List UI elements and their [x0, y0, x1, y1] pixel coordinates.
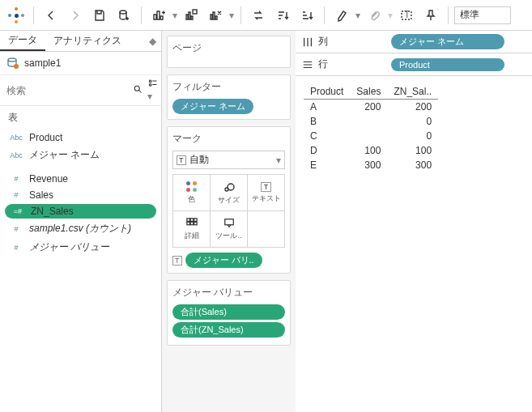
swap-button[interactable] — [247, 4, 270, 27]
table-row[interactable]: D100100 — [304, 143, 438, 158]
field-revenue[interactable]: #Revenue — [0, 171, 161, 187]
search-input[interactable] — [6, 85, 128, 96]
rows-icon — [302, 59, 313, 70]
svg-point-6 — [134, 86, 139, 91]
svg-rect-12 — [186, 222, 189, 225]
rows-pill[interactable]: Product — [391, 58, 504, 71]
svg-text:T: T — [404, 9, 411, 20]
marks-detail[interactable]: 詳細 — [173, 211, 210, 247]
columns-pill[interactable]: メジャー ネーム — [391, 34, 504, 49]
columns-shelf[interactable]: 列 メジャー ネーム — [296, 31, 532, 53]
logo-icon[interactable] — [5, 4, 28, 27]
datasource-name: sample1 — [24, 57, 61, 69]
view-options-icon[interactable]: ▾ — [147, 79, 159, 102]
svg-point-5 — [14, 64, 19, 69]
table-row[interactable]: B0 — [304, 114, 438, 129]
table-row[interactable]: C0 — [304, 129, 438, 143]
viz-area: Product Sales ZN_Sal.. A200200B0C0D10010… — [296, 76, 532, 181]
save-button[interactable] — [88, 4, 111, 27]
marks-size[interactable]: サイズ — [211, 175, 247, 210]
svg-rect-15 — [224, 219, 233, 224]
field-zn-sales[interactable]: =#ZN_Sales — [5, 204, 156, 219]
table-row[interactable]: E300300 — [304, 158, 438, 172]
marks-text[interactable]: Tテキスト — [248, 175, 284, 210]
field-measure-names[interactable]: Abcメジャー ネーム — [0, 146, 161, 164]
svg-rect-1 — [193, 10, 197, 14]
label-button[interactable]: T — [395, 4, 418, 27]
filter-pill[interactable]: メジャー ネーム — [172, 99, 253, 114]
new-worksheet-button[interactable] — [147, 4, 170, 27]
svg-point-4 — [8, 58, 16, 62]
clear-sheet-button[interactable] — [204, 4, 227, 27]
highlight-button[interactable] — [330, 4, 353, 27]
col-zn[interactable]: ZN_Sal.. — [387, 84, 438, 100]
dropdown-arrow-icon[interactable]: ▾ — [355, 10, 361, 21]
search-icon[interactable] — [133, 84, 143, 96]
marks-card: マーク T 自動▾ 色 サイズ Tテキスト 詳細 ツール.. T メジャー バリ… — [167, 126, 291, 274]
dropdown-arrow-icon[interactable]: ▾ — [228, 10, 235, 21]
fit-selector[interactable]: 標準 — [454, 6, 511, 24]
new-datasource-button[interactable] — [113, 4, 135, 27]
marks-measure-values-pill[interactable]: メジャー バリ.. — [185, 253, 262, 268]
col-sales[interactable]: Sales — [350, 84, 387, 100]
data-pane: データ アナリティクス ◆ sample1 ▾ 表 AbcProduct Abc… — [0, 31, 162, 412]
svg-point-0 — [120, 11, 126, 14]
svg-rect-10 — [190, 218, 194, 221]
dropdown-arrow-icon[interactable]: ▾ — [387, 10, 394, 21]
col-product[interactable]: Product — [304, 84, 350, 100]
svg-rect-9 — [186, 218, 189, 221]
tab-collapse-icon[interactable]: ◆ — [144, 31, 161, 51]
agg-sales-pill[interactable]: 合計(Sales) — [172, 304, 285, 320]
forward-button[interactable] — [64, 4, 87, 27]
table-row[interactable]: A200200 — [304, 100, 438, 115]
marks-color[interactable]: 色 — [173, 175, 210, 210]
sort-desc-button[interactable] — [296, 4, 318, 27]
back-button[interactable] — [40, 4, 62, 27]
fit-label: 標準 — [460, 8, 479, 22]
sort-asc-button[interactable] — [271, 4, 294, 27]
filters-card[interactable]: フィルター メジャー ネーム — [167, 74, 291, 120]
pages-card[interactable]: ページ — [167, 36, 291, 68]
field-measure-values[interactable]: #メジャー バリュー — [0, 238, 161, 257]
marks-type-selector[interactable]: T 自動▾ — [172, 151, 285, 169]
text-mark-icon: T — [172, 256, 182, 265]
pin-button[interactable] — [419, 4, 442, 27]
marks-tooltip[interactable]: ツール.. — [211, 211, 247, 247]
tab-data[interactable]: データ — [0, 31, 45, 51]
data-table: Product Sales ZN_Sal.. A200200B0C0D10010… — [304, 84, 438, 172]
measure-values-card: メジャー バリュー 合計(Sales) 合計(ZN_Sales) — [167, 280, 291, 346]
toolbar: ▾ ▾ ▾ ▾ T 標準 — [0, 0, 532, 31]
columns-icon — [302, 36, 313, 48]
field-count[interactable]: #sample1.csv (カウント) — [0, 219, 161, 238]
datasource-row[interactable]: sample1 — [0, 52, 161, 74]
svg-rect-11 — [194, 218, 197, 221]
tab-analytics[interactable]: アナリティクス — [45, 31, 130, 51]
dropdown-arrow-icon[interactable]: ▾ — [172, 10, 178, 21]
svg-rect-14 — [194, 222, 197, 225]
agg-zn-pill[interactable]: 合計(ZN_Sales) — [172, 322, 285, 338]
attach-button[interactable] — [363, 4, 385, 27]
svg-point-8 — [228, 184, 234, 190]
rows-shelf[interactable]: 行 Product — [296, 53, 532, 76]
duplicate-sheet-button[interactable] — [180, 4, 202, 27]
datasource-icon — [6, 57, 19, 70]
field-product[interactable]: AbcProduct — [0, 130, 161, 146]
svg-rect-13 — [190, 222, 194, 225]
field-sales[interactable]: #Sales — [0, 187, 161, 203]
section-tables: 表 — [0, 106, 161, 130]
